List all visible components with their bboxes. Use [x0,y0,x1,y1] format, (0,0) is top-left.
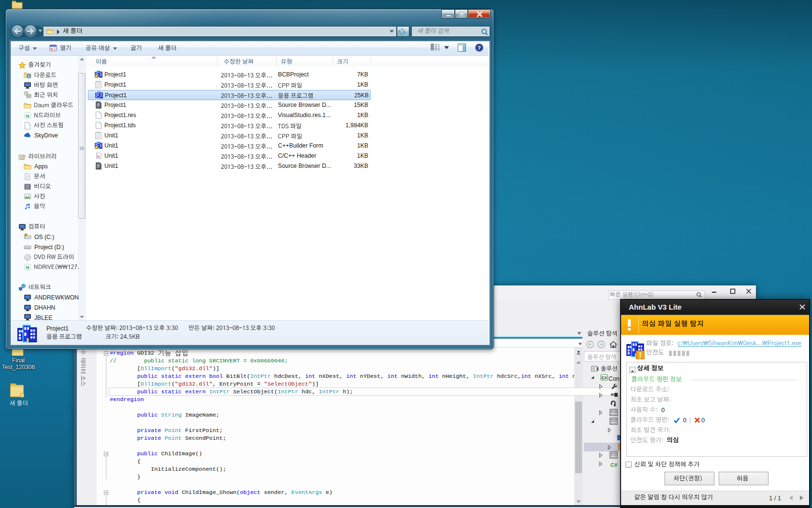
svg-text:?: ? [478,45,481,51]
svg-text:C#: C# [610,462,617,468]
svg-text:C#: C# [602,375,607,380]
